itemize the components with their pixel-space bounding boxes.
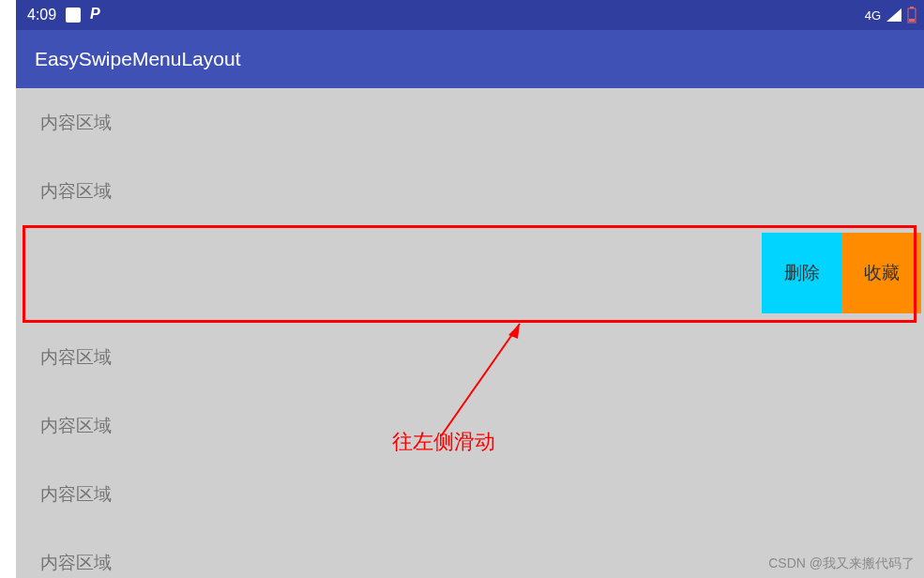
list-item[interactable]: 内容区域	[16, 88, 924, 157]
delete-button-label: 删除	[784, 261, 820, 285]
device-screen: 4:09 P 4G EasySwipeMenuLayout 内容区	[16, 0, 924, 578]
svg-text:P: P	[90, 6, 100, 21]
list-item-label: 内容区域	[40, 179, 112, 204]
favorite-button[interactable]: 收藏	[841, 233, 921, 313]
list-item-label: 内容区域	[40, 551, 112, 575]
app-bar: EasySwipeMenuLayout	[16, 30, 924, 88]
list-item[interactable]: 内容区域	[16, 391, 924, 460]
status-right: 4G	[865, 7, 916, 23]
list-item[interactable]: 内容区域	[16, 323, 924, 391]
status-left: 4:09 P	[27, 6, 103, 24]
app-title: EasySwipeMenuLayout	[35, 48, 240, 70]
list-item-label: 内容区域	[40, 482, 112, 507]
status-bar: 4:09 P 4G	[16, 0, 924, 30]
delete-button[interactable]: 删除	[762, 233, 841, 313]
status-clock: 4:09	[27, 7, 56, 23]
p-icon: P	[90, 6, 103, 24]
notification-icon	[66, 8, 81, 23]
signal-icon	[886, 8, 901, 22]
swiped-list-item[interactable]: 删除 收藏	[16, 225, 924, 323]
battery-icon	[907, 7, 916, 23]
watermark: CSDN @我又来搬代码了	[768, 555, 915, 572]
network-label: 4G	[865, 8, 881, 23]
swipe-actions: 删除 收藏	[762, 233, 921, 313]
list-item-label: 内容区域	[40, 111, 112, 135]
list-item-label: 内容区域	[40, 414, 112, 438]
list[interactable]: 内容区域 内容区域 删除 收藏 内容区域 内容区域 内容区域	[16, 88, 924, 578]
list-item-label: 内容区域	[40, 345, 112, 370]
list-item[interactable]: 内容区域	[16, 460, 924, 528]
favorite-button-label: 收藏	[864, 261, 900, 285]
list-item[interactable]: 内容区域	[16, 157, 924, 225]
svg-rect-3	[909, 19, 915, 22]
